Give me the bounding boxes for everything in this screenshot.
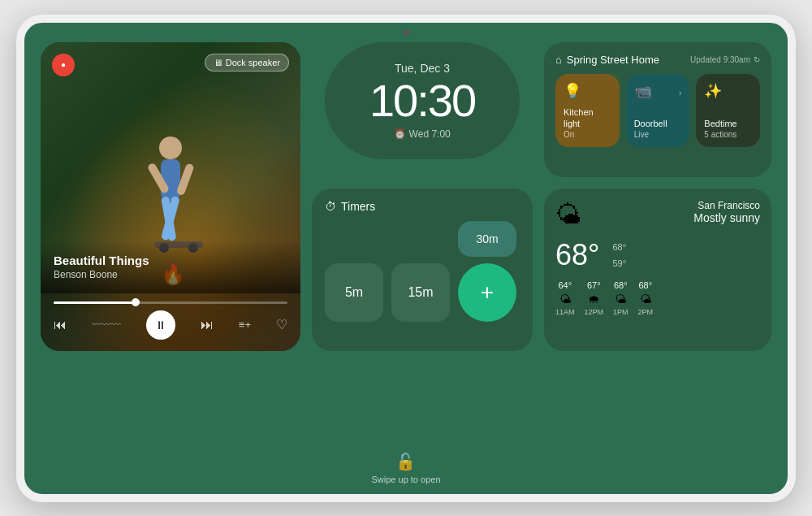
smart-card-doorbell[interactable]: 📹 › Doorbell Live (626, 74, 690, 147)
doorbell-status: Live (634, 130, 682, 139)
refresh-icon[interactable]: ↻ (754, 55, 760, 64)
weather-temp: 68° (555, 238, 599, 272)
doorbell-arrow: › (679, 89, 681, 98)
weather-icon: 🌤 (555, 200, 581, 230)
weather-condition: Mostly sunny (590, 211, 760, 224)
clock-date: Tue, Dec 3 (395, 62, 450, 75)
smart-home-header: ⌂ Spring Street Home Updated 9:30am ↻ (555, 54, 760, 66)
alarm-label: Wed 7:00 (409, 128, 451, 140)
forecast-1pm-time: 1PM (613, 308, 628, 316)
forecast-11am-time: 11AM (555, 308, 575, 316)
forecast-2pm-icon: 🌤 (640, 293, 651, 306)
weather-range-high: 68° (612, 240, 626, 256)
forecast-2pm-temp: 68° (638, 280, 652, 290)
clock-time: 10:30 (369, 78, 475, 124)
music-player-widget[interactable]: 🔥 ● 🖥 Dock speaker Beautiful Things Bens… (41, 42, 300, 351)
timer-15m-button[interactable]: 15m (391, 263, 450, 322)
music-title: Beautiful Things (54, 254, 287, 267)
updated-label: Updated 9:30am (690, 55, 750, 64)
swipe-area[interactable]: 🔓 Swipe up to open (371, 452, 440, 484)
weather-main: 68° 68° 59° (555, 238, 760, 272)
clock-widget: Tue, Dec 3 10:30 ⏰ Wed 7:00 (325, 42, 520, 159)
controls-row: ⏮ 〰〰〰 ⏸ ⏭ ≡+ ♡ (54, 310, 287, 340)
music-info: Beautiful Things Benson Boone (41, 241, 300, 293)
forecast-12pm-temp: 67° (587, 280, 601, 290)
kitchen-light-label: Kitchen light (564, 106, 611, 130)
alarm-icon: ⏰ (394, 128, 406, 140)
camera-notch (403, 29, 409, 36)
smart-home-cards: 💡 Kitchen light On 📹 › Doorbell Live (555, 74, 760, 147)
timer-icon: ⏱ (325, 200, 336, 213)
forecast-12pm-time: 12PM (585, 308, 604, 316)
kitchen-light-icon: 💡 (564, 82, 611, 100)
weather-header: 🌤 San Francisco Mostly sunny (555, 200, 760, 230)
timer-5m-button[interactable]: 5m (325, 263, 383, 322)
smart-home-name: Spring Street Home (567, 54, 659, 66)
queue-button[interactable]: ≡+ (239, 319, 251, 331)
tablet-content: 🔥 ● 🖥 Dock speaker Beautiful Things Bens… (24, 23, 788, 494)
doorbell-label: Doorbell (634, 118, 682, 129)
forecast-11am-icon: 🌤 (559, 293, 571, 306)
weather-range: 68° 59° (612, 240, 626, 272)
forecast-1pm-temp: 68° (614, 280, 628, 290)
smart-home-meta: Updated 9:30am ↻ (690, 55, 760, 64)
forecast-11am-temp: 64° (558, 280, 572, 290)
timer-30m-button[interactable]: 30m (458, 221, 516, 257)
clock-alarm: ⏰ Wed 7:00 (394, 128, 451, 140)
timers-buttons: 5m 15m 30m + (325, 221, 520, 322)
svg-point-0 (159, 137, 182, 159)
unlock-icon: 🔓 (395, 452, 416, 471)
next-button[interactable]: ⏭ (201, 318, 214, 332)
smart-card-bedtime[interactable]: ✨ Bedtime 5 actions (696, 74, 760, 147)
doorbell-icon: 📹 (634, 82, 652, 100)
prev-button[interactable]: ⏮ (54, 318, 67, 332)
timers-label: Timers (341, 200, 375, 213)
music-artist: Benson Boone (54, 269, 287, 280)
dock-speaker-badge[interactable]: 🖥 Dock speaker (205, 54, 289, 72)
forecast-2pm-time: 2PM (638, 308, 654, 316)
progress-bar-container[interactable] (54, 301, 287, 304)
timers-widget[interactable]: ⏱ Timers 5m 15m 30m + (312, 189, 533, 351)
forecast-1pm: 68° 🌤 1PM (613, 280, 628, 316)
weather-range-low: 59° (612, 256, 626, 272)
progress-bar[interactable] (54, 301, 287, 304)
weather-forecast: 64° 🌤 11AM 67° 🌧 12PM 68° 🌤 1PM 68° 🌤 (555, 280, 760, 316)
tablet-frame: 🔥 ● 🖥 Dock speaker Beautiful Things Bens… (16, 15, 796, 502)
record-icon: ● (61, 60, 66, 69)
forecast-11am: 64° 🌤 11AM (555, 280, 575, 316)
weather-widget[interactable]: 🌤 San Francisco Mostly sunny 68° 68° 59°… (544, 189, 771, 351)
forecast-1pm-icon: 🌤 (615, 293, 626, 306)
music-controls: ⏮ 〰〰〰 ⏸ ⏭ ≡+ ♡ (41, 293, 300, 351)
timer-add-button[interactable]: + (458, 263, 516, 322)
bedtime-sub: 5 actions (704, 130, 752, 139)
forecast-12pm-icon: 🌧 (588, 293, 599, 306)
weather-location: San Francisco (590, 200, 760, 211)
smart-home-title: ⌂ Spring Street Home (555, 54, 659, 66)
smart-card-kitchen[interactable]: 💡 Kitchen light On (555, 74, 620, 147)
home-icon: ⌂ (555, 54, 562, 66)
smart-home-widget[interactable]: ⌂ Spring Street Home Updated 9:30am ↻ 💡 … (544, 42, 771, 177)
bedtime-label: Bedtime (704, 118, 752, 129)
progress-thumb (132, 298, 140, 306)
forecast-2pm: 68° 🌤 2PM (638, 280, 654, 316)
bedtime-icon: ✨ (704, 82, 752, 100)
forecast-12pm: 67° 🌧 12PM (585, 280, 604, 316)
clock-section: Tue, Dec 3 10:30 ⏰ Wed 7:00 (312, 42, 533, 177)
timers-title: ⏱ Timers (325, 200, 520, 213)
add-icon: + (481, 280, 494, 306)
swipe-label: Swipe up to open (371, 475, 440, 484)
record-button[interactable]: ● (52, 54, 75, 76)
heart-button[interactable]: ♡ (276, 317, 287, 332)
waveform-icon: 〰〰〰 (92, 319, 121, 331)
dock-speaker-label: Dock speaker (226, 58, 280, 67)
pause-icon: ⏸ (155, 319, 166, 332)
kitchen-light-status: On (564, 130, 611, 139)
play-pause-button[interactable]: ⏸ (146, 310, 175, 340)
progress-fill (54, 301, 136, 304)
